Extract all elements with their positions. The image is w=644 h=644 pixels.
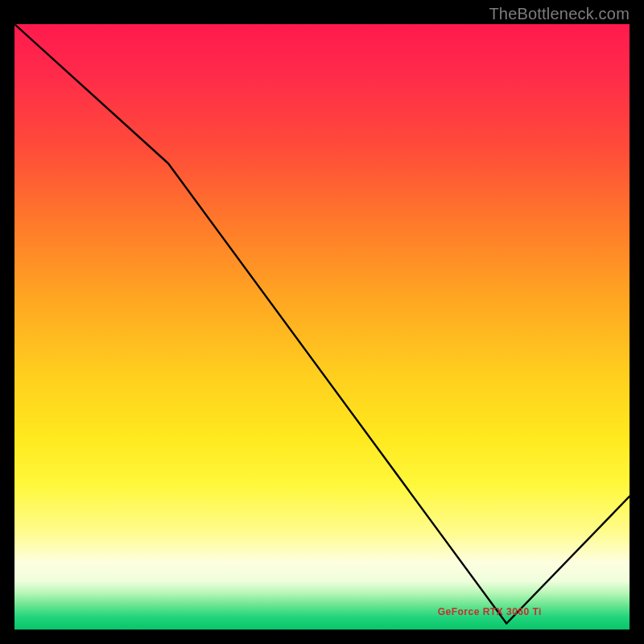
chart-frame: TheBottleneck.com GeForce RTX 3060 Ti xyxy=(0,0,644,644)
curve-polyline xyxy=(14,24,630,624)
plot-area: GeForce RTX 3060 Ti xyxy=(14,24,630,630)
watermark-text: TheBottleneck.com xyxy=(489,5,630,23)
bottleneck-line xyxy=(14,24,630,630)
product-annotation: GeForce RTX 3060 Ti xyxy=(438,606,542,617)
